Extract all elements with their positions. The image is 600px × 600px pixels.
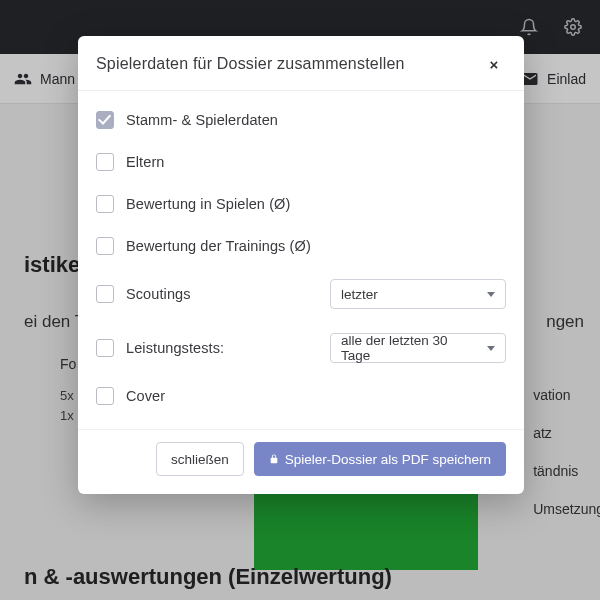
select-scoutings-value: letzter (341, 287, 378, 302)
lock-icon (269, 453, 279, 465)
option-label: Scoutings (126, 286, 191, 302)
option-scoutings[interactable]: Scoutings letzter (96, 267, 506, 321)
option-label: Stamm- & Spielerdaten (126, 112, 278, 128)
checkbox-scoutings[interactable] (96, 285, 114, 303)
option-bewertung-training[interactable]: Bewertung der Trainings (Ø) (96, 225, 506, 267)
select-leistungstests-value: alle der letzten 30 Tage (341, 333, 479, 363)
close-button-label: schließen (171, 452, 229, 467)
close-icon[interactable]: × (482, 52, 506, 76)
option-label: Cover (126, 388, 165, 404)
option-stammdaten[interactable]: Stamm- & Spielerdaten (96, 99, 506, 141)
close-button[interactable]: schließen (156, 442, 244, 476)
checkbox-bewertung-spiele[interactable] (96, 195, 114, 213)
checkbox-bewertung-training[interactable] (96, 237, 114, 255)
dossier-modal: Spielerdaten für Dossier zusammenstellen… (78, 36, 524, 494)
option-cover[interactable]: Cover (96, 375, 506, 417)
option-label: Bewertung der Trainings (Ø) (126, 238, 311, 254)
option-bewertung-spiele[interactable]: Bewertung in Spielen (Ø) (96, 183, 506, 225)
checkbox-cover[interactable] (96, 387, 114, 405)
option-label: Leistungstests: (126, 340, 224, 356)
option-leistungstests[interactable]: Leistungstests: alle der letzten 30 Tage (96, 321, 506, 375)
save-pdf-button[interactable]: Spieler-Dossier als PDF speichern (254, 442, 506, 476)
save-pdf-button-label: Spieler-Dossier als PDF speichern (285, 452, 491, 467)
checkbox-eltern[interactable] (96, 153, 114, 171)
checkbox-leistungstests[interactable] (96, 339, 114, 357)
option-label: Eltern (126, 154, 164, 170)
modal-title: Spielerdaten für Dossier zusammenstellen (96, 55, 405, 73)
option-label: Bewertung in Spielen (Ø) (126, 196, 290, 212)
select-scoutings[interactable]: letzter (330, 279, 506, 309)
select-leistungstests[interactable]: alle der letzten 30 Tage (330, 333, 506, 363)
checkbox-stammdaten[interactable] (96, 111, 114, 129)
option-eltern[interactable]: Eltern (96, 141, 506, 183)
